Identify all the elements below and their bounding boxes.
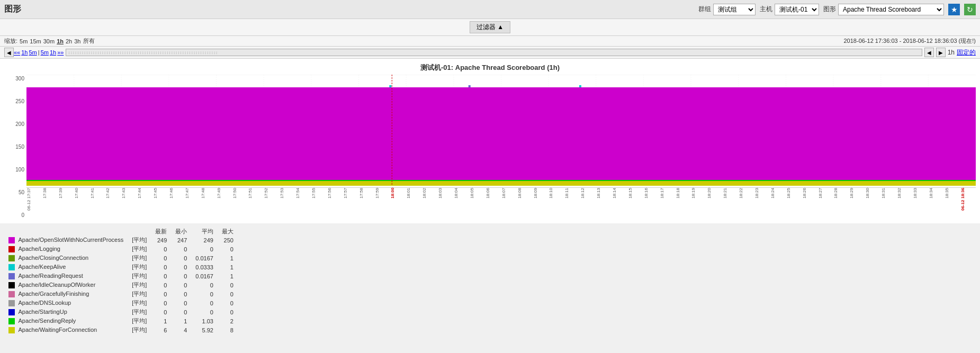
star-button[interactable]: ★ <box>948 4 960 15</box>
nav-5m-back[interactable]: 5m <box>29 49 37 56</box>
legend-avg: 5.92 <box>191 325 218 334</box>
legend-item-name: Apache/ClosingConnection <box>18 255 88 261</box>
legend-color-swatch <box>8 300 15 306</box>
y-axis: 300 250 200 150 100 50 0 <box>4 75 26 219</box>
legend-avg: 249 <box>191 236 218 245</box>
zoom-3h[interactable]: 3h <box>74 38 80 44</box>
x-label: 18:33 <box>913 188 929 219</box>
time-range: 2018-06-12 17:36:03 - 2018-06-12 18:36:0… <box>844 37 976 45</box>
legend-row: Apache/GracefullyFinishing [平均] 0 0 0 0 <box>4 289 238 298</box>
legend-row: Apache/OpenSlotWithNoCurrentProcess [平均]… <box>4 236 238 245</box>
host-label: 主机 <box>760 5 772 14</box>
legend-col-type <box>128 228 151 236</box>
group-select[interactable]: 测试组 <box>713 4 756 15</box>
nav-prev-prev[interactable]: «« <box>14 49 20 56</box>
x-label: 17:50 <box>232 188 248 219</box>
nav-next-btn[interactable]: ▶ <box>936 48 946 57</box>
legend-type: [平均] <box>128 289 151 298</box>
legend-latest: 1 <box>151 316 171 325</box>
nav-links: «« 1h 5m | 5m 1h »» <box>14 49 64 56</box>
x-label: 17:44 <box>137 188 153 219</box>
x-label: 18:20 <box>707 188 723 219</box>
zoom-15m[interactable]: 15m <box>30 38 41 44</box>
legend-item-name: Apache/Logging <box>18 246 60 252</box>
legend-min: 0 <box>171 298 191 307</box>
x-label: 18:34 <box>929 188 945 219</box>
x-label: 06-12 17:37 <box>26 188 42 219</box>
legend-type: [平均] <box>128 245 151 254</box>
zoom-all[interactable]: 所有 <box>83 37 95 45</box>
chart-select[interactable]: Apache Thread Scoreboard <box>838 4 944 15</box>
legend-latest: 0 <box>151 289 171 298</box>
x-label: 18:11 <box>564 188 580 219</box>
nav-next-next[interactable]: »» <box>57 49 64 56</box>
nav-time-back: 1h <box>948 49 955 56</box>
legend-item-name: Apache/GracefullyFinishing <box>18 291 89 297</box>
legend-col-min: 最小 <box>171 228 191 236</box>
x-label: 18:10 <box>549 188 564 219</box>
legend-name-cell: Apache/WaitingForConnection <box>4 325 128 334</box>
zoom-label: 缩放: <box>4 37 17 45</box>
x-label: 18:19 <box>691 188 707 219</box>
filter-bar: 过滤器 ▲ <box>0 19 980 36</box>
nav-fixed[interactable]: 固定的 <box>957 48 976 57</box>
nav-left: ◀ <box>4 48 14 57</box>
x-label: 18:25 <box>786 188 802 219</box>
header: 图形 群组 测试组 主机 测试机-01 图形 Apache Thread Sco… <box>0 0 980 19</box>
legend-max: 0 <box>218 307 238 316</box>
legend-name-cell: Apache/Logging <box>4 245 128 254</box>
legend-row: Apache/SendingReply [平均] 1 1 1.03 2 <box>4 316 238 325</box>
legend-latest: 0 <box>151 271 171 280</box>
x-label: 18:12 <box>580 188 596 219</box>
host-select[interactable]: 测试机-01 <box>775 4 819 15</box>
chart-wrapper: 300 250 200 150 100 50 0 <box>4 75 976 219</box>
legend-latest: 0 <box>151 263 171 271</box>
zoom-2h[interactable]: 2h <box>66 38 72 44</box>
legend-type: [平均] <box>128 271 151 280</box>
x-label: 17:41 <box>90 188 106 219</box>
legend-color-swatch <box>8 273 15 279</box>
x-label: 17:54 <box>295 188 311 219</box>
x-label: 18:00 <box>390 188 406 219</box>
legend-avg: 0.0167 <box>191 271 218 280</box>
zoom-5m[interactable]: 5m <box>20 38 28 44</box>
x-label: 18:32 <box>897 188 913 219</box>
nav-prev-btn[interactable]: ◀ <box>924 48 934 57</box>
zoom-1h[interactable]: 1h <box>57 38 64 44</box>
legend-max: 0 <box>218 289 238 298</box>
x-label: 18:01 <box>406 188 422 219</box>
legend-type: [平均] <box>128 307 151 316</box>
legend-latest: 0 <box>151 280 171 289</box>
x-label: 17:47 <box>185 188 201 219</box>
legend-name-cell: Apache/OpenSlotWithNoCurrentProcess <box>4 236 128 245</box>
legend-max: 1 <box>218 271 238 280</box>
nav-dots: ::::::::::::::::::::::::::::::::::::::::… <box>66 49 921 56</box>
x-label: 17:42 <box>105 188 121 219</box>
legend-latest: 0 <box>151 307 171 316</box>
svg-rect-29 <box>389 85 391 87</box>
filter-button[interactable]: 过滤器 ▲ <box>470 21 510 33</box>
x-label: 18:17 <box>660 188 676 219</box>
x-label: 18:09 <box>533 188 549 219</box>
legend-min: 4 <box>171 325 191 334</box>
x-label: 18:14 <box>612 188 628 219</box>
nav-1h-back[interactable]: 1h <box>21 49 28 56</box>
x-label: 17:58 <box>359 188 375 219</box>
nav-scrollbar[interactable]: ::::::::::::::::::::::::::::::::::::::::… <box>66 49 922 56</box>
y-100: 100 <box>4 167 24 173</box>
legend-max: 0 <box>218 245 238 254</box>
nav-5m-fwd[interactable]: 5m <box>41 49 49 56</box>
refresh-button[interactable]: ↻ <box>964 4 976 15</box>
x-label: 18:18 <box>676 188 691 219</box>
legend-min: 0 <box>171 263 191 271</box>
zoom-30m[interactable]: 30m <box>43 38 55 44</box>
x-label: 17:43 <box>121 188 137 219</box>
legend-avg: 0.0167 <box>191 254 218 263</box>
legend-latest: 0 <box>151 245 171 254</box>
nav-1h-fwd[interactable]: 1h <box>50 49 56 56</box>
x-label: 17:45 <box>153 188 169 219</box>
nav-left-btn[interactable]: ◀ <box>4 48 14 57</box>
x-label: 17:38 <box>42 188 58 219</box>
legend-avg: 0 <box>191 298 218 307</box>
legend-max: 2 <box>218 316 238 325</box>
